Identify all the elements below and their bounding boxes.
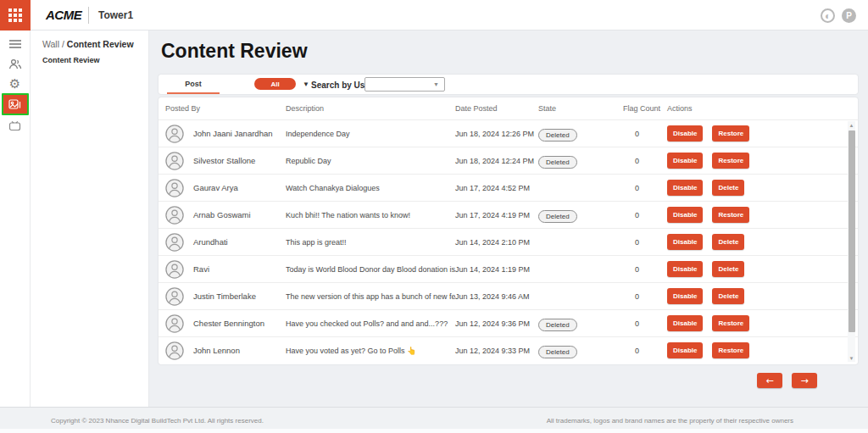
profile-avatar[interactable]: P (842, 8, 856, 23)
table-row: Chester Bennington Have you checked out … (159, 309, 858, 336)
actions-cell: DisableRestore (667, 207, 858, 223)
state-cell: Deleted (538, 125, 623, 142)
disable-button[interactable]: Disable (667, 261, 703, 277)
disable-button[interactable]: Disable (667, 288, 703, 304)
select-caret-icon: ▼ (433, 81, 439, 87)
flag-count-cell: 0 (623, 319, 667, 328)
scroll-down-icon[interactable]: ▼ (848, 354, 855, 362)
table-row: John Jaani Janardhan Independence Day Ju… (159, 119, 858, 147)
state-cell: Deleted (538, 153, 623, 169)
table-row: Arundhati This app is great!! Jun 14, 20… (159, 228, 858, 255)
content-table: Posted By Description Date Posted State … (159, 97, 858, 364)
posted-by-name: John Jaani Janardhan (193, 129, 273, 138)
icon-rail: ⚙ (0, 31, 31, 407)
date-posted-cell: Jun 12, 2024 9:33 PM (455, 347, 538, 355)
posted-by-name: Silvestor Stallone (193, 156, 255, 165)
disable-button[interactable]: Disable (667, 125, 703, 142)
next-page-button[interactable]: → (792, 373, 817, 388)
table-row: Arnab Goswami Kuch bhi!! The nation want… (159, 201, 858, 228)
topbar: ACME Tower1 ◐ P (0, 0, 868, 31)
date-posted-cell: Jun 17, 2024 4:52 PM (455, 184, 538, 192)
content-review-icon[interactable] (2, 93, 29, 115)
posted-by-name: John Lennon (193, 346, 240, 355)
col-date-posted: Date Posted (455, 104, 538, 113)
avatar-icon (165, 125, 184, 143)
disable-button[interactable]: Disable (667, 207, 703, 223)
actions-cell: DisableRestore (667, 315, 858, 331)
table-scrollbar[interactable]: ▲ ▼ (848, 121, 855, 362)
apps-grid-icon (8, 8, 22, 22)
display-icon[interactable] (3, 116, 28, 135)
flag-count-cell: 0 (623, 347, 667, 355)
disable-button[interactable]: Disable (667, 315, 703, 331)
delete-button[interactable]: Delete (712, 288, 744, 304)
table-row: Gaurav Arya Watch Chanakya Dialogues Jun… (159, 174, 858, 201)
apps-grid-button[interactable] (0, 0, 31, 31)
table-header: Posted By Description Date Posted State … (159, 97, 858, 119)
state-filter-caret-icon[interactable]: ▼ (303, 80, 309, 88)
description-cell: Have you voted as yet? Go to Polls 👆 (286, 347, 455, 355)
disable-button[interactable]: Disable (667, 234, 703, 250)
actions-cell: DisableRestore (667, 153, 858, 169)
posted-by-cell: Gaurav Arya (165, 179, 286, 197)
search-users-select[interactable]: ▼ (364, 77, 445, 92)
avatar-icon (165, 206, 184, 225)
secondary-panel: Wall / Content Review Content Review (31, 31, 149, 407)
description-cell: Kuch bhi!! The nation wants to know! (286, 211, 455, 219)
footer: Copyright © 2023 Nhance Digital BuildTec… (0, 407, 868, 433)
breadcrumb-parent[interactable]: Wall (42, 39, 59, 49)
date-posted-cell: Jun 18, 2024 12:26 PM (455, 130, 538, 138)
scrollbar-thumb[interactable] (849, 130, 855, 332)
prev-page-button[interactable]: ← (757, 373, 782, 388)
actions-cell: DisableRestore (667, 342, 858, 358)
posted-by-cell: Justin Timberlake (165, 287, 286, 306)
breadcrumb-current: Content Review (67, 39, 134, 49)
col-actions: Actions (667, 104, 858, 113)
date-posted-cell: Jun 14, 2024 2:10 PM (455, 238, 538, 247)
state-filter-pill[interactable]: All (254, 78, 296, 90)
table-row: Justin Timberlake The new version of thi… (159, 282, 858, 309)
posted-by-cell: Arnab Goswami (165, 206, 286, 225)
col-description: Description (286, 104, 455, 113)
restore-button[interactable]: Restore (712, 153, 749, 169)
col-flag-count: Flag Count (623, 104, 667, 113)
posted-by-name: Ravi (193, 264, 209, 274)
users-icon[interactable] (3, 54, 28, 73)
table-row: Ravi Today is World Blood Donor day Bloo… (159, 255, 858, 282)
col-posted-by: Posted By (165, 104, 286, 113)
delete-button[interactable]: Delete (712, 234, 744, 250)
actions-cell: DisableDelete (667, 180, 858, 196)
actions-cell: DisableDelete (667, 234, 858, 250)
restore-button[interactable]: Restore (712, 207, 749, 223)
theme-contrast-icon[interactable]: ◐ (821, 8, 835, 23)
actions-cell: DisableDelete (667, 261, 858, 277)
delete-button[interactable]: Delete (712, 180, 744, 196)
disable-button[interactable]: Disable (667, 153, 703, 169)
description-cell: Independence Day (286, 130, 455, 138)
table-row: Silvestor Stallone Republic Day Jun 18, … (159, 147, 858, 174)
delete-button[interactable]: Delete (712, 261, 744, 277)
panel-item-content-review[interactable]: Content Review (42, 56, 100, 64)
tab-post[interactable]: Post (167, 75, 220, 94)
col-state: State (538, 104, 623, 113)
posted-by-cell: Chester Bennington (165, 314, 286, 333)
description-cell: The new version of this app has a bunch … (286, 292, 455, 301)
disable-button[interactable]: Disable (667, 180, 703, 196)
trademark-text: All trademarks, logos and brand names ar… (547, 417, 793, 425)
restore-button[interactable]: Restore (712, 125, 749, 142)
menu-icon[interactable] (3, 35, 28, 53)
state-cell: Deleted (538, 207, 623, 223)
settings-gear-icon[interactable]: ⚙ (3, 74, 28, 92)
disable-button[interactable]: Disable (667, 342, 703, 358)
restore-button[interactable]: Restore (712, 342, 749, 358)
avatar-icon (165, 260, 184, 279)
workspace-name: Tower1 (98, 9, 133, 21)
flag-count-cell: 0 (623, 292, 667, 301)
avatar-icon (165, 152, 184, 170)
state-badge: Deleted (538, 210, 577, 223)
posted-by-name: Arundhati (193, 237, 228, 247)
brand-logo: ACME (46, 8, 81, 22)
restore-button[interactable]: Restore (712, 315, 749, 331)
copyright-text: Copyright © 2023 Nhance Digital BuildTec… (51, 417, 264, 425)
scroll-up-icon[interactable]: ▲ (848, 121, 855, 129)
